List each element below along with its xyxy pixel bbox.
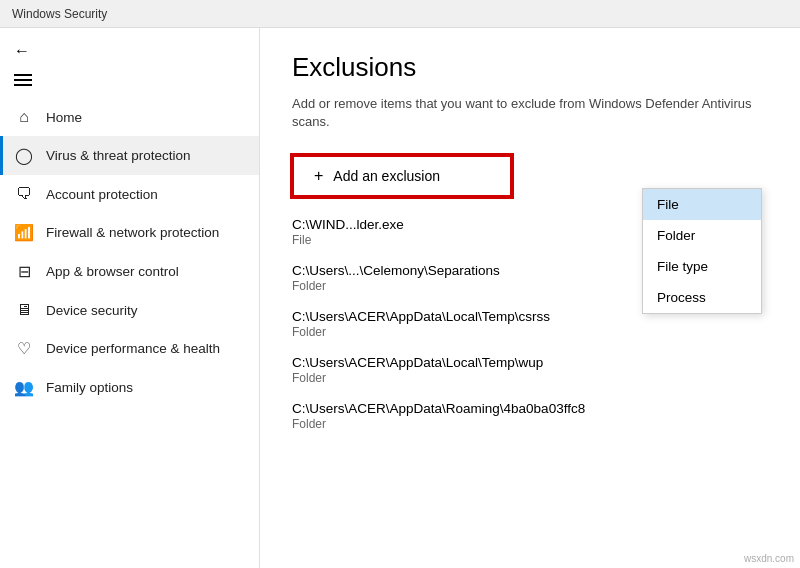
main-content: Exclusions Add or remove items that you … bbox=[260, 28, 800, 568]
sidebar-item-label-home: Home bbox=[46, 110, 82, 125]
sidebar-item-label-virus: Virus & threat protection bbox=[46, 148, 191, 163]
title-bar: Windows Security bbox=[0, 0, 800, 28]
sidebar-item-account[interactable]: 🗨 Account protection bbox=[0, 175, 259, 213]
sidebar-top: ← bbox=[0, 28, 259, 94]
exclusion-item: C:\Users\ACER\AppData\Roaming\4ba0ba03ff… bbox=[292, 401, 768, 431]
nav-list: ⌂ Home◯ Virus & threat protection🗨 Accou… bbox=[0, 98, 259, 407]
page-title: Exclusions bbox=[292, 52, 768, 83]
dropdown-item-file[interactable]: File bbox=[643, 189, 761, 220]
back-button[interactable]: ← bbox=[14, 38, 245, 64]
hamburger-line bbox=[14, 84, 32, 86]
hamburger-menu[interactable] bbox=[14, 70, 245, 90]
sidebar-item-family[interactable]: 👥 Family options bbox=[0, 368, 259, 407]
exclusion-dropdown: FileFolderFile typeProcess bbox=[642, 188, 762, 314]
home-icon: ⌂ bbox=[14, 108, 34, 126]
back-arrow-icon: ← bbox=[14, 42, 30, 60]
sidebar-item-label-family: Family options bbox=[46, 380, 133, 395]
add-exclusion-button[interactable]: + Add an exclusion bbox=[292, 155, 512, 197]
add-exclusion-label: Add an exclusion bbox=[333, 168, 440, 184]
performance-icon: ♡ bbox=[14, 339, 34, 358]
exclusion-item: C:\Users\ACER\AppData\Local\Temp\wup Fol… bbox=[292, 355, 768, 385]
title-bar-label: Windows Security bbox=[12, 7, 107, 21]
device-icon: 🖥 bbox=[14, 301, 34, 319]
sidebar-item-label-device: Device security bbox=[46, 303, 138, 318]
sidebar-item-label-performance: Device performance & health bbox=[46, 341, 220, 356]
exclusion-type: Folder bbox=[292, 325, 768, 339]
dropdown-item-process[interactable]: Process bbox=[643, 282, 761, 313]
sidebar-item-label-account: Account protection bbox=[46, 187, 158, 202]
exclusion-type: Folder bbox=[292, 417, 768, 431]
page-description: Add or remove items that you want to exc… bbox=[292, 95, 768, 131]
sidebar-item-virus[interactable]: ◯ Virus & threat protection bbox=[0, 136, 259, 175]
hamburger-line bbox=[14, 74, 32, 76]
watermark: wsxdn.com bbox=[744, 553, 794, 564]
family-icon: 👥 bbox=[14, 378, 34, 397]
exclusion-path: C:\Users\ACER\AppData\Local\Temp\wup bbox=[292, 355, 768, 370]
browser-icon: ⊟ bbox=[14, 262, 34, 281]
account-icon: 🗨 bbox=[14, 185, 34, 203]
exclusion-type: Folder bbox=[292, 371, 768, 385]
sidebar-item-home[interactable]: ⌂ Home bbox=[0, 98, 259, 136]
sidebar-item-device[interactable]: 🖥 Device security bbox=[0, 291, 259, 329]
plus-icon: + bbox=[314, 167, 323, 185]
hamburger-line bbox=[14, 79, 32, 81]
sidebar-item-label-firewall: Firewall & network protection bbox=[46, 225, 219, 240]
firewall-icon: 📶 bbox=[14, 223, 34, 242]
exclusion-path: C:\Users\ACER\AppData\Roaming\4ba0ba03ff… bbox=[292, 401, 768, 416]
sidebar: ← ⌂ Home◯ Virus & threat protection🗨 Acc… bbox=[0, 28, 260, 568]
dropdown-item-filetype[interactable]: File type bbox=[643, 251, 761, 282]
dropdown-item-folder[interactable]: Folder bbox=[643, 220, 761, 251]
sidebar-item-browser[interactable]: ⊟ App & browser control bbox=[0, 252, 259, 291]
sidebar-item-firewall[interactable]: 📶 Firewall & network protection bbox=[0, 213, 259, 252]
sidebar-item-label-browser: App & browser control bbox=[46, 264, 179, 279]
app-container: ← ⌂ Home◯ Virus & threat protection🗨 Acc… bbox=[0, 28, 800, 568]
virus-icon: ◯ bbox=[14, 146, 34, 165]
sidebar-item-performance[interactable]: ♡ Device performance & health bbox=[0, 329, 259, 368]
